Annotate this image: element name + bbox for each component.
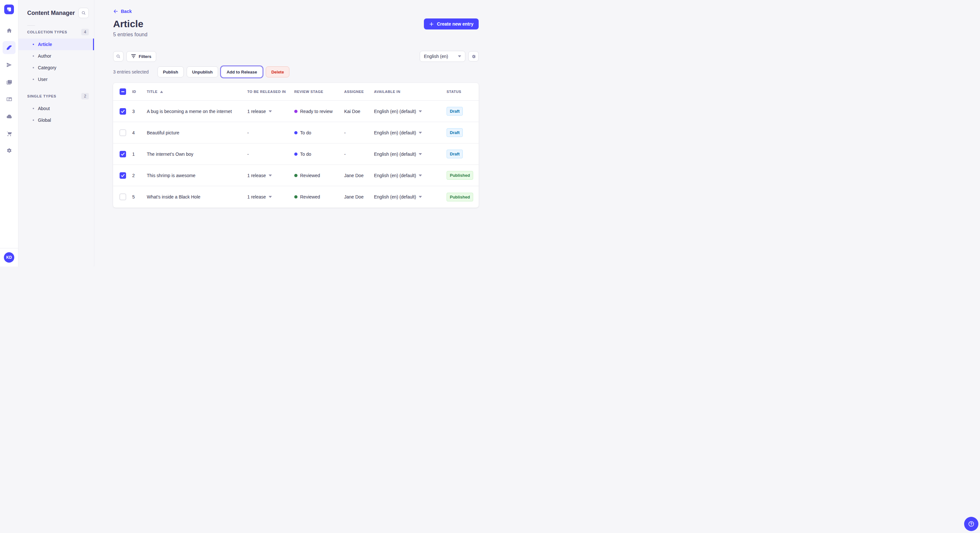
cell-review-stage: Reviewed (294, 173, 344, 178)
sidebar-items: Article Author Category User (19, 38, 94, 85)
row-checkbox[interactable] (119, 172, 126, 179)
gear-icon (471, 54, 476, 59)
cell-to-be-released-in[interactable]: 1 release (247, 109, 294, 114)
select-all-checkbox[interactable] (119, 89, 126, 95)
back-label: Back (121, 9, 132, 14)
table-row[interactable]: 3 A bug is becoming a meme on the intern… (113, 101, 479, 122)
chevron-down-icon (419, 196, 422, 198)
row-checkbox[interactable] (119, 130, 126, 136)
cell-review-stage: Reviewed (294, 194, 344, 200)
table-search-button[interactable] (113, 51, 124, 62)
back-link[interactable]: Back (113, 9, 132, 14)
home-icon[interactable] (3, 24, 16, 37)
cell-title: What's inside a Black Hole (147, 194, 247, 200)
entries-table: ID TITLE TO BE RELEASED IN REVIEW STAGE … (113, 83, 479, 208)
entries-count: 5 entries found (113, 32, 479, 38)
media-library-icon[interactable] (3, 75, 16, 89)
cell-id: 2 (132, 173, 147, 178)
status-badge: Draft (447, 150, 463, 159)
sidebar-item-author[interactable]: Author (19, 50, 94, 62)
sidebar-item-user[interactable]: User (19, 73, 94, 85)
table-row[interactable]: 2 This shrimp is awesome 1 release Revie… (113, 165, 479, 186)
cell-to-be-released-in[interactable]: 1 release (247, 194, 294, 200)
cell-title: This shrimp is awesome (147, 173, 247, 178)
chevron-down-icon (419, 153, 422, 155)
unpublish-button[interactable]: Unpublish (187, 67, 218, 78)
rail-nav (3, 24, 16, 157)
strapi-logo-glyph (6, 7, 12, 12)
locale-select[interactable]: English (en) (420, 51, 465, 62)
table-row[interactable]: 4 Beautiful picture - To do - English (e… (113, 122, 479, 143)
table-row[interactable]: 1 The internet's Own boy - To do - Engli… (113, 143, 479, 165)
avatar[interactable]: KD (4, 252, 14, 263)
row-checkbox[interactable] (119, 151, 126, 157)
sidebar-section: COLLECTION TYPES 4 Article Author Catego… (19, 29, 94, 85)
sidebar-sections: COLLECTION TYPES 4 Article Author Catego… (19, 29, 94, 126)
column-header-id[interactable]: ID (132, 90, 147, 94)
chevron-down-icon (269, 196, 272, 198)
sidebar-item-global[interactable]: Global (19, 114, 94, 126)
cell-id: 1 (132, 152, 147, 157)
cell-status: Draft (447, 107, 479, 116)
bullet-icon (33, 119, 34, 121)
cell-review-stage: Ready to review (294, 109, 344, 114)
status-badge: Draft (447, 128, 463, 137)
marketplace-icon[interactable] (3, 127, 16, 140)
cell-to-be-released-in[interactable]: 1 release (247, 173, 294, 178)
content-type-builder-icon[interactable] (3, 93, 16, 106)
sidebar-section-count-badge: 2 (81, 93, 89, 99)
sidebar-item-article[interactable]: Article (19, 38, 94, 50)
column-header-released: TO BE RELEASED IN (247, 90, 294, 94)
arrow-left-icon (113, 9, 118, 14)
cell-assignee: Jane Doe (344, 194, 374, 200)
main-content: Back Article Create new entry 5 entries … (94, 0, 490, 266)
table-row[interactable]: 5 What's inside a Black Hole 1 release R… (113, 186, 479, 208)
view-settings-button[interactable] (468, 51, 479, 62)
column-header-status: STATUS (447, 90, 479, 94)
delete-button[interactable]: Delete (266, 67, 290, 78)
selection-bar: 3 entries selected Publish Unpublish Add… (113, 67, 479, 78)
cell-assignee: - (344, 152, 374, 157)
filters-button[interactable]: Filters (126, 51, 156, 62)
sidebar-search-button[interactable] (78, 8, 89, 18)
sidebar-item-about[interactable]: About (19, 103, 94, 114)
releases-icon[interactable] (3, 58, 16, 71)
create-new-entry-button[interactable]: Create new entry (424, 19, 479, 30)
sidebar-items: About Global (19, 103, 94, 126)
cell-available-in[interactable]: English (en) (default) (374, 194, 447, 200)
cloud-icon[interactable] (3, 110, 16, 123)
add-to-release-button[interactable]: Add to Release (221, 67, 262, 78)
cell-available-in[interactable]: English (en) (default) (374, 109, 447, 114)
cell-available-in[interactable]: English (en) (default) (374, 173, 447, 178)
strapi-logo[interactable] (4, 5, 14, 14)
cell-available-in[interactable]: English (en) (default) (374, 152, 447, 157)
sidebar-section-count-badge: 4 (81, 29, 89, 35)
sidebar-section-label: SINGLE TYPES (27, 94, 56, 98)
sidebar-item-category[interactable]: Category (19, 62, 94, 73)
settings-icon[interactable] (3, 144, 16, 157)
cell-id: 3 (132, 109, 147, 114)
publish-button[interactable]: Publish (158, 67, 184, 78)
stage-dot-icon (294, 152, 298, 156)
column-header-title[interactable]: TITLE (147, 90, 247, 94)
chevron-down-icon (419, 110, 422, 113)
cell-to-be-released-in[interactable]: - (247, 152, 294, 157)
chevron-down-icon (458, 56, 461, 57)
row-checkbox[interactable] (119, 108, 126, 115)
content-manager-icon[interactable] (3, 41, 16, 54)
cell-review-stage: To do (294, 152, 344, 157)
chevron-down-icon (419, 174, 422, 176)
row-checkbox[interactable] (119, 194, 126, 200)
cell-to-be-released-in[interactable]: - (247, 130, 294, 135)
filter-icon (131, 54, 136, 58)
bullet-icon (33, 108, 34, 109)
sidebar-rule (27, 25, 35, 25)
list-toolbar: Filters English (en) (113, 51, 479, 62)
column-header-assignee: ASSIGNEE (344, 90, 374, 94)
cell-title: A bug is becoming a meme on the internet (147, 109, 247, 114)
cell-title: Beautiful picture (147, 130, 247, 135)
cell-id: 4 (132, 130, 147, 135)
app-root: KD Content Manager COLLECTION TYPES 4 Ar… (0, 0, 490, 266)
cell-available-in[interactable]: English (en) (default) (374, 130, 447, 135)
selection-count: 3 entries selected (113, 69, 149, 75)
